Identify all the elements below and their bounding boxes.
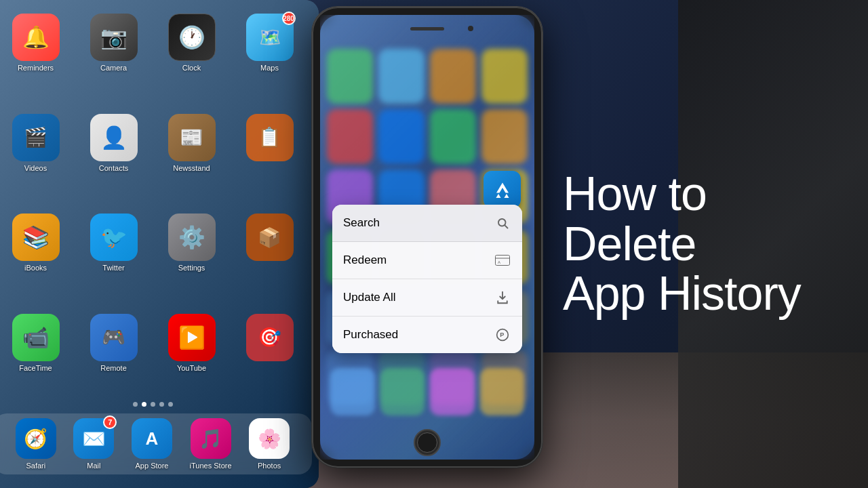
title-text-area: How to Delete App History (563, 169, 834, 319)
popup-menu-redeem[interactable]: Redeem A (332, 242, 522, 279)
iphone-home-button-inner (417, 432, 437, 453)
dock-itunes[interactable]: 🎵 iTunes Store (190, 418, 232, 470)
mail-badge: 7 (103, 415, 117, 429)
redeem-icon: A (494, 251, 511, 269)
title-line1: How to Delete (563, 169, 834, 269)
dock-appstore[interactable]: A App Store (132, 418, 172, 470)
app-icon-placeholder2: 📦 (234, 214, 305, 307)
iphone-appstore-icon[interactable] (484, 171, 521, 208)
iphone: Search Redeem A (312, 7, 542, 468)
iphone-screen: Search Redeem A (320, 15, 534, 460)
iphone-popup-menu: Search Redeem A (332, 205, 522, 353)
app-icon-facetime[interactable]: 📹 FaceTime (0, 314, 71, 407)
dock-safari[interactable]: 🧭 Safari (16, 418, 56, 470)
iphone-home-area (320, 426, 534, 460)
dot-4 (159, 402, 164, 407)
svg-text:P: P (500, 331, 504, 338)
app-icon-clock[interactable]: 🕐 Clock (156, 14, 227, 107)
app-icon-camera[interactable]: 📷 Camera (78, 14, 149, 107)
dot-5 (168, 402, 173, 407)
update-all-icon (494, 289, 511, 306)
dock-photos[interactable]: 🌸 Photos (249, 418, 290, 470)
app-icon-ibooks[interactable]: 📚 iBooks (0, 214, 71, 307)
app-icon-remote[interactable]: 🎮 Remote (78, 314, 149, 407)
ipad: 🔔 Reminders 📷 Camera 🕐 Clock 🗺️ 280 (0, 0, 319, 488)
dot-2 (142, 402, 146, 407)
popup-menu-search[interactable]: Search (332, 205, 522, 242)
title-line2: App History (563, 269, 834, 319)
ipad-screen: 🔔 Reminders 📷 Camera 🕐 Clock 🗺️ 280 (0, 0, 319, 488)
app-icon-reminders[interactable]: 🔔 Reminders (0, 14, 71, 107)
app-icon-videos[interactable]: 🎬 Videos (0, 114, 71, 207)
app-icon-twitter[interactable]: 🐦 Twitter (78, 214, 149, 307)
dot-3 (151, 402, 155, 407)
dock-mail[interactable]: ✉️ 7 Mail (73, 418, 114, 470)
app-icon-maps[interactable]: 🗺️ 280 Maps (234, 14, 305, 107)
app-icon-placeholder1: 📋 (234, 114, 305, 207)
popup-menu-purchased[interactable]: Purchased P (332, 317, 522, 353)
popup-menu-update-all[interactable]: Update All (332, 279, 522, 317)
ipad-page-dots (0, 402, 319, 407)
purchased-icon: P (494, 326, 511, 344)
search-icon (494, 214, 511, 232)
iphone-front-camera (468, 26, 473, 31)
app-icon-placeholder3: 🎯 (234, 314, 305, 407)
app-icon-youtube[interactable]: ▶️ YouTube (156, 314, 227, 407)
iphone-bottom-icons (327, 365, 528, 419)
ipad-dock: 🧭 Safari ✉️ 7 Mail A App Store 🎵 (0, 413, 312, 474)
dot-1 (133, 402, 138, 407)
svg-line-1 (505, 225, 507, 228)
app-icon-contacts[interactable]: 👤 Contacts (78, 114, 149, 207)
iphone-speaker (410, 27, 444, 30)
app-icon-settings[interactable]: ⚙️ Settings (156, 214, 227, 307)
iphone-home-button[interactable] (414, 429, 441, 456)
svg-text:A: A (498, 260, 500, 264)
app-icon-newsstand[interactable]: 📰 Newsstand (156, 114, 227, 207)
ipad-icons-grid: 🔔 Reminders 📷 Camera 🕐 Clock 🗺️ 280 (0, 0, 319, 420)
